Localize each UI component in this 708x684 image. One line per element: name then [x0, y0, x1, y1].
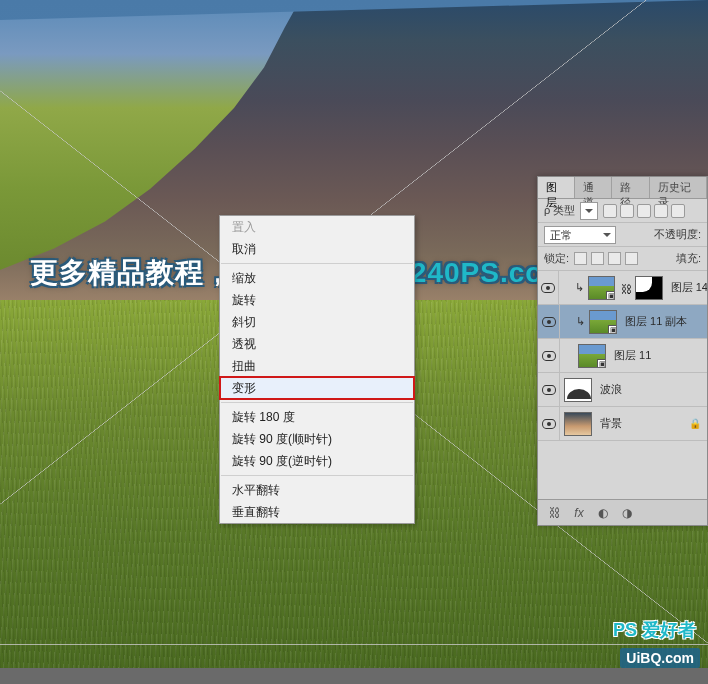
smart-object-badge-icon: ▣	[597, 359, 606, 368]
menu-separator	[221, 402, 413, 403]
layer-visibility-toggle[interactable]	[538, 373, 560, 406]
layer-thumbnail[interactable]: ▣	[589, 310, 617, 334]
layer-visibility-toggle[interactable]	[538, 271, 559, 304]
menu-separator	[221, 263, 413, 264]
fill-label: 填充:	[676, 251, 701, 266]
layer-visibility-toggle[interactable]	[538, 407, 560, 440]
layer-thumbnail[interactable]	[564, 412, 592, 436]
layers-panel: 图层通道路径历史记录 ρ 类型 正常 不透明度: 锁定: 填充: ↳▣⛓图层 1…	[537, 176, 708, 526]
clip-arrow-icon: ↳	[575, 281, 584, 294]
eye-icon	[541, 283, 555, 293]
layer-thumbnail[interactable]	[564, 378, 592, 402]
filter-kind-icons	[603, 204, 685, 218]
eye-icon	[542, 351, 556, 361]
layer-row-0[interactable]: ↳▣⛓图层 14	[538, 271, 707, 305]
menu-item-6[interactable]: 透视	[220, 333, 414, 355]
filter-pixel-icon[interactable]	[603, 204, 617, 218]
lock-label: 锁定:	[544, 251, 569, 266]
menu-item-11[interactable]: 旋转 90 度(顺时针)	[220, 428, 414, 450]
menu-item-15[interactable]: 垂直翻转	[220, 501, 414, 523]
adjustment-layer-icon[interactable]: ◑	[620, 506, 634, 520]
menu-item-1[interactable]: 取消	[220, 238, 414, 260]
layer-thumbnail[interactable]: ▣	[578, 344, 606, 368]
mask-link-icon[interactable]: ⛓	[621, 283, 631, 293]
clip-arrow-icon: ↳	[576, 315, 585, 328]
lock-pixels-icon[interactable]	[591, 252, 604, 265]
bottom-gray-bar	[0, 668, 708, 684]
menu-separator	[221, 475, 413, 476]
layer-visibility-toggle[interactable]	[538, 305, 560, 338]
lock-transparent-icon[interactable]	[574, 252, 587, 265]
menu-item-7[interactable]: 扭曲	[220, 355, 414, 377]
layer-name-label[interactable]: 图层 14	[671, 280, 707, 295]
lock-fill-row: 锁定: 填充:	[538, 247, 707, 271]
layer-name-label[interactable]: 背景	[600, 416, 622, 431]
layer-visibility-toggle[interactable]	[538, 339, 560, 372]
eye-icon	[542, 419, 556, 429]
blend-mode-dropdown[interactable]: 正常	[544, 226, 616, 244]
filter-shape-icon[interactable]	[654, 204, 668, 218]
layer-name-label[interactable]: 波浪	[600, 382, 622, 397]
transform-context-menu: 置入取消缩放旋转斜切透视扭曲变形旋转 180 度旋转 90 度(顺时针)旋转 9…	[219, 215, 415, 524]
eye-icon	[542, 385, 556, 395]
filter-kind-label: ρ 类型	[544, 203, 575, 218]
lock-position-icon[interactable]	[608, 252, 621, 265]
panel-tabs: 图层通道路径历史记录	[538, 177, 707, 199]
filter-adjust-icon[interactable]	[620, 204, 634, 218]
link-layers-icon[interactable]: ⛓	[548, 506, 562, 520]
menu-item-0: 置入	[220, 216, 414, 238]
menu-item-5[interactable]: 斜切	[220, 311, 414, 333]
menu-item-3[interactable]: 缩放	[220, 267, 414, 289]
layer-name-label[interactable]: 图层 11 副本	[625, 314, 687, 329]
panel-tab-1[interactable]: 通道	[575, 177, 612, 198]
fx-icon[interactable]: fx	[572, 506, 586, 520]
lock-all-icon[interactable]	[625, 252, 638, 265]
layer-row-3[interactable]: 波浪	[538, 373, 707, 407]
lock-icons	[574, 252, 638, 265]
layers-list: ↳▣⛓图层 14↳▣图层 11 副本▣图层 11波浪背景🔒	[538, 271, 707, 441]
layer-mask-thumbnail[interactable]	[635, 276, 662, 300]
panel-tab-2[interactable]: 路径	[612, 177, 649, 198]
menu-item-4[interactable]: 旋转	[220, 289, 414, 311]
layer-row-4[interactable]: 背景🔒	[538, 407, 707, 441]
layer-row-1[interactable]: ↳▣图层 11 副本	[538, 305, 707, 339]
smart-object-badge-icon: ▣	[608, 325, 617, 334]
panel-footer: ⛓ fx ◐ ◑	[538, 499, 707, 525]
smart-object-badge-icon: ▣	[606, 291, 615, 300]
lock-icon: 🔒	[689, 418, 701, 429]
panel-tab-0[interactable]: 图层	[538, 177, 575, 198]
eye-icon	[542, 317, 556, 327]
blend-opacity-row: 正常 不透明度:	[538, 223, 707, 247]
menu-item-12[interactable]: 旋转 90 度(逆时针)	[220, 450, 414, 472]
layer-thumbnail[interactable]: ▣	[588, 276, 615, 300]
watermark-ps: PS 爱好者	[613, 618, 696, 642]
layer-row-2[interactable]: ▣图层 11	[538, 339, 707, 373]
watermark-uibq: UiBQ.com	[620, 648, 700, 668]
filter-kind-dropdown[interactable]	[580, 202, 598, 220]
menu-item-10[interactable]: 旋转 180 度	[220, 406, 414, 428]
layer-name-label[interactable]: 图层 11	[614, 348, 651, 363]
filter-smart-icon[interactable]	[671, 204, 685, 218]
menu-item-8[interactable]: 变形	[220, 377, 414, 399]
menu-item-14[interactable]: 水平翻转	[220, 479, 414, 501]
filter-type-icon[interactable]	[637, 204, 651, 218]
layer-filter-row: ρ 类型	[538, 199, 707, 223]
add-mask-icon[interactable]: ◐	[596, 506, 610, 520]
opacity-label: 不透明度:	[654, 227, 701, 242]
panel-tab-3[interactable]: 历史记录	[650, 177, 707, 198]
